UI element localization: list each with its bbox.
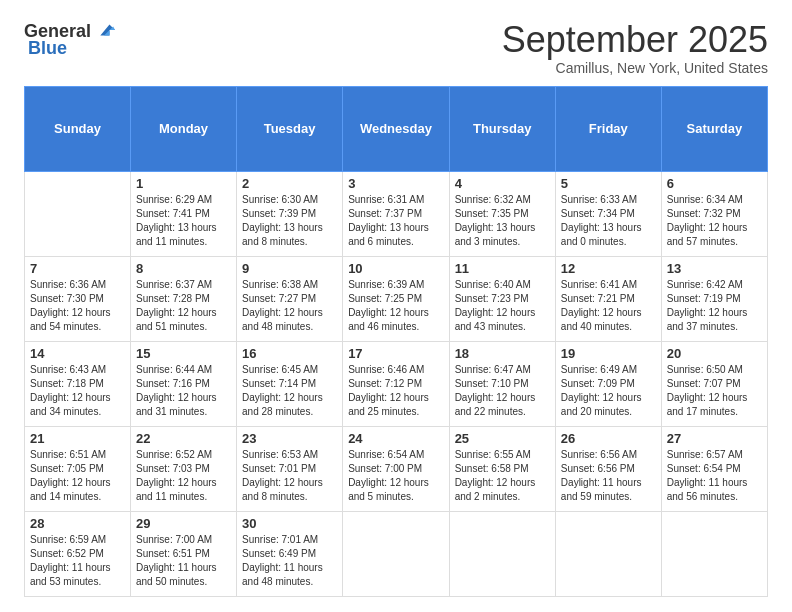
logo-blue: Blue	[28, 38, 67, 59]
title-block: September 2025 Camillus, New York, Unite…	[502, 20, 768, 76]
calendar-cell: 11Sunrise: 6:40 AMSunset: 7:23 PMDayligh…	[449, 256, 555, 341]
day-info: Sunrise: 6:57 AMSunset: 6:54 PMDaylight:…	[667, 448, 762, 504]
day-info: Sunrise: 6:47 AMSunset: 7:10 PMDaylight:…	[455, 363, 550, 419]
day-number: 23	[242, 431, 337, 446]
header-monday: Monday	[131, 86, 237, 171]
calendar-cell: 19Sunrise: 6:49 AMSunset: 7:09 PMDayligh…	[555, 341, 661, 426]
day-info: Sunrise: 6:46 AMSunset: 7:12 PMDaylight:…	[348, 363, 443, 419]
calendar-cell	[25, 171, 131, 256]
day-number: 1	[136, 176, 231, 191]
day-info: Sunrise: 7:01 AMSunset: 6:49 PMDaylight:…	[242, 533, 337, 589]
header-friday: Friday	[555, 86, 661, 171]
day-number: 4	[455, 176, 550, 191]
header-thursday: Thursday	[449, 86, 555, 171]
calendar-cell: 18Sunrise: 6:47 AMSunset: 7:10 PMDayligh…	[449, 341, 555, 426]
day-number: 6	[667, 176, 762, 191]
week-row-4: 21Sunrise: 6:51 AMSunset: 7:05 PMDayligh…	[25, 426, 768, 511]
day-number: 22	[136, 431, 231, 446]
day-info: Sunrise: 6:42 AMSunset: 7:19 PMDaylight:…	[667, 278, 762, 334]
calendar-cell: 20Sunrise: 6:50 AMSunset: 7:07 PMDayligh…	[661, 341, 767, 426]
day-number: 21	[30, 431, 125, 446]
day-number: 29	[136, 516, 231, 531]
calendar-cell: 3Sunrise: 6:31 AMSunset: 7:37 PMDaylight…	[343, 171, 449, 256]
day-info: Sunrise: 7:00 AMSunset: 6:51 PMDaylight:…	[136, 533, 231, 589]
month-title: September 2025	[502, 20, 768, 60]
calendar-cell: 22Sunrise: 6:52 AMSunset: 7:03 PMDayligh…	[131, 426, 237, 511]
calendar-cell	[449, 511, 555, 596]
header-wednesday: Wednesday	[343, 86, 449, 171]
calendar-cell: 24Sunrise: 6:54 AMSunset: 7:00 PMDayligh…	[343, 426, 449, 511]
calendar-cell: 4Sunrise: 6:32 AMSunset: 7:35 PMDaylight…	[449, 171, 555, 256]
day-number: 3	[348, 176, 443, 191]
calendar-cell	[555, 511, 661, 596]
day-info: Sunrise: 6:52 AMSunset: 7:03 PMDaylight:…	[136, 448, 231, 504]
day-info: Sunrise: 6:51 AMSunset: 7:05 PMDaylight:…	[30, 448, 125, 504]
day-info: Sunrise: 6:36 AMSunset: 7:30 PMDaylight:…	[30, 278, 125, 334]
day-info: Sunrise: 6:34 AMSunset: 7:32 PMDaylight:…	[667, 193, 762, 249]
day-info: Sunrise: 6:56 AMSunset: 6:56 PMDaylight:…	[561, 448, 656, 504]
day-info: Sunrise: 6:59 AMSunset: 6:52 PMDaylight:…	[30, 533, 125, 589]
calendar-cell: 23Sunrise: 6:53 AMSunset: 7:01 PMDayligh…	[237, 426, 343, 511]
calendar-cell: 13Sunrise: 6:42 AMSunset: 7:19 PMDayligh…	[661, 256, 767, 341]
week-row-5: 28Sunrise: 6:59 AMSunset: 6:52 PMDayligh…	[25, 511, 768, 596]
location: Camillus, New York, United States	[502, 60, 768, 76]
header-tuesday: Tuesday	[237, 86, 343, 171]
day-info: Sunrise: 6:32 AMSunset: 7:35 PMDaylight:…	[455, 193, 550, 249]
day-number: 20	[667, 346, 762, 361]
week-row-1: 1Sunrise: 6:29 AMSunset: 7:41 PMDaylight…	[25, 171, 768, 256]
calendar-cell: 10Sunrise: 6:39 AMSunset: 7:25 PMDayligh…	[343, 256, 449, 341]
calendar-cell: 29Sunrise: 7:00 AMSunset: 6:51 PMDayligh…	[131, 511, 237, 596]
day-number: 26	[561, 431, 656, 446]
day-info: Sunrise: 6:44 AMSunset: 7:16 PMDaylight:…	[136, 363, 231, 419]
day-info: Sunrise: 6:31 AMSunset: 7:37 PMDaylight:…	[348, 193, 443, 249]
day-number: 28	[30, 516, 125, 531]
calendar-cell: 6Sunrise: 6:34 AMSunset: 7:32 PMDaylight…	[661, 171, 767, 256]
week-row-2: 7Sunrise: 6:36 AMSunset: 7:30 PMDaylight…	[25, 256, 768, 341]
day-info: Sunrise: 6:45 AMSunset: 7:14 PMDaylight:…	[242, 363, 337, 419]
day-number: 24	[348, 431, 443, 446]
day-number: 7	[30, 261, 125, 276]
calendar-cell	[343, 511, 449, 596]
calendar-cell: 5Sunrise: 6:33 AMSunset: 7:34 PMDaylight…	[555, 171, 661, 256]
day-info: Sunrise: 6:40 AMSunset: 7:23 PMDaylight:…	[455, 278, 550, 334]
logo-icon	[93, 20, 115, 42]
day-number: 2	[242, 176, 337, 191]
day-number: 10	[348, 261, 443, 276]
day-info: Sunrise: 6:55 AMSunset: 6:58 PMDaylight:…	[455, 448, 550, 504]
calendar-cell: 9Sunrise: 6:38 AMSunset: 7:27 PMDaylight…	[237, 256, 343, 341]
calendar-cell: 25Sunrise: 6:55 AMSunset: 6:58 PMDayligh…	[449, 426, 555, 511]
day-info: Sunrise: 6:37 AMSunset: 7:28 PMDaylight:…	[136, 278, 231, 334]
day-number: 19	[561, 346, 656, 361]
calendar-cell	[661, 511, 767, 596]
day-info: Sunrise: 6:39 AMSunset: 7:25 PMDaylight:…	[348, 278, 443, 334]
day-number: 15	[136, 346, 231, 361]
day-number: 5	[561, 176, 656, 191]
day-info: Sunrise: 6:43 AMSunset: 7:18 PMDaylight:…	[30, 363, 125, 419]
day-info: Sunrise: 6:38 AMSunset: 7:27 PMDaylight:…	[242, 278, 337, 334]
day-number: 13	[667, 261, 762, 276]
day-info: Sunrise: 6:50 AMSunset: 7:07 PMDaylight:…	[667, 363, 762, 419]
calendar-cell: 12Sunrise: 6:41 AMSunset: 7:21 PMDayligh…	[555, 256, 661, 341]
calendar-cell: 14Sunrise: 6:43 AMSunset: 7:18 PMDayligh…	[25, 341, 131, 426]
day-number: 12	[561, 261, 656, 276]
day-number: 14	[30, 346, 125, 361]
page-header: General Blue September 2025 Camillus, Ne…	[24, 20, 768, 76]
logo: General Blue	[24, 20, 115, 59]
day-number: 17	[348, 346, 443, 361]
day-info: Sunrise: 6:54 AMSunset: 7:00 PMDaylight:…	[348, 448, 443, 504]
calendar-cell: 30Sunrise: 7:01 AMSunset: 6:49 PMDayligh…	[237, 511, 343, 596]
calendar-cell: 21Sunrise: 6:51 AMSunset: 7:05 PMDayligh…	[25, 426, 131, 511]
calendar-cell: 1Sunrise: 6:29 AMSunset: 7:41 PMDaylight…	[131, 171, 237, 256]
calendar-cell: 28Sunrise: 6:59 AMSunset: 6:52 PMDayligh…	[25, 511, 131, 596]
day-number: 18	[455, 346, 550, 361]
calendar-table: SundayMondayTuesdayWednesdayThursdayFrid…	[24, 86, 768, 597]
calendar-header-row: SundayMondayTuesdayWednesdayThursdayFrid…	[25, 86, 768, 171]
day-number: 30	[242, 516, 337, 531]
calendar-cell: 16Sunrise: 6:45 AMSunset: 7:14 PMDayligh…	[237, 341, 343, 426]
header-saturday: Saturday	[661, 86, 767, 171]
calendar-cell: 15Sunrise: 6:44 AMSunset: 7:16 PMDayligh…	[131, 341, 237, 426]
calendar-cell: 17Sunrise: 6:46 AMSunset: 7:12 PMDayligh…	[343, 341, 449, 426]
calendar-cell: 26Sunrise: 6:56 AMSunset: 6:56 PMDayligh…	[555, 426, 661, 511]
calendar-cell: 27Sunrise: 6:57 AMSunset: 6:54 PMDayligh…	[661, 426, 767, 511]
day-info: Sunrise: 6:30 AMSunset: 7:39 PMDaylight:…	[242, 193, 337, 249]
